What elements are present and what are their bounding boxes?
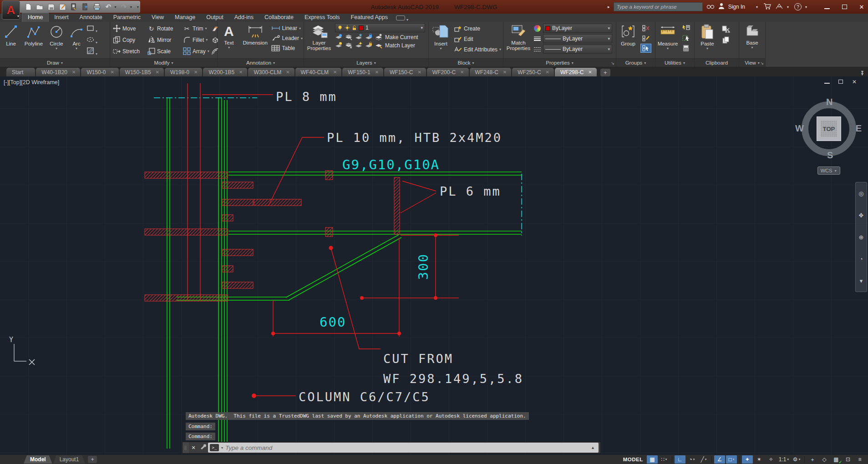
isolate-objects-button[interactable]: ◇ xyxy=(819,455,830,464)
drawing-canvas[interactable]: [-][Top][2D Wireframe] ✕ xyxy=(0,76,868,455)
customization-menu-button[interactable]: ≡ xyxy=(854,455,865,464)
navigation-wheel-icon[interactable]: ◎ xyxy=(858,190,863,197)
match-layer-button[interactable]: Match Layer xyxy=(385,42,415,49)
file-tab[interactable]: W200-1B5✕ xyxy=(203,68,247,76)
cad-drawing[interactable]: PL 8 mm PL 10 mm, HTB 2x4M20 G9,G10,G10A… xyxy=(0,76,868,455)
panel-label-draw[interactable]: Draw▾ xyxy=(0,58,110,67)
ribbon-tab-output[interactable]: Output xyxy=(201,13,229,22)
zoom-icon[interactable]: ⊕ xyxy=(859,234,864,241)
layer-on-button[interactable] xyxy=(335,42,343,49)
new-drawing-button[interactable]: + xyxy=(600,69,610,76)
circle-button[interactable]: Circle ▾ xyxy=(46,22,66,57)
plate-lines[interactable] xyxy=(188,83,200,300)
viewcube[interactable]: N W E S TOP xyxy=(798,98,860,160)
paste-button[interactable]: Paste ▾ xyxy=(696,22,718,50)
snap-mode-button[interactable]: ∷▾ xyxy=(659,455,670,464)
layer-select-combo[interactable]: 1 ▾ xyxy=(335,23,425,32)
panel-label-view[interactable]: View▾↘ xyxy=(739,58,765,67)
ribbon-tab-annotate[interactable]: Annotate xyxy=(74,13,108,22)
annotation-monitor-button[interactable]: ＋ xyxy=(807,455,818,464)
file-tab-start[interactable]: Start xyxy=(6,68,35,76)
trim-button[interactable]: ✂Trim▾ xyxy=(183,23,211,34)
ribbon-tab-express-tools[interactable]: Express Tools xyxy=(299,13,345,22)
help-icon[interactable]: ? xyxy=(794,3,802,10)
ribbon-tab-manage[interactable]: Manage xyxy=(169,13,201,22)
layer-isolate-button[interactable] xyxy=(345,34,353,40)
layer-unlock-button[interactable] xyxy=(365,42,373,49)
viewcube-south[interactable]: S xyxy=(827,150,833,161)
layer-unisolate-button[interactable] xyxy=(345,42,353,49)
panel-label-properties[interactable]: Properties▾↘ xyxy=(503,58,616,67)
file-tab[interactable]: WF200-C✕ xyxy=(427,68,469,76)
table-button[interactable]: Table xyxy=(271,43,303,53)
view-dialog-launcher-icon[interactable]: ↘ xyxy=(760,61,764,66)
file-tab[interactable]: WF150-C✕ xyxy=(384,68,426,76)
new-file-button[interactable] xyxy=(23,1,33,12)
command-bar-wrench-icon[interactable] xyxy=(198,444,208,452)
command-bar-close-icon[interactable]: ✕ xyxy=(189,445,198,451)
line-button[interactable]: Line xyxy=(1,22,21,57)
undo-caret-icon[interactable]: ▾ xyxy=(114,5,117,9)
quick-select-button[interactable] xyxy=(680,24,691,33)
redo-caret-icon[interactable]: ▾ xyxy=(130,5,133,9)
fillet-button[interactable]: Fillet▾ xyxy=(183,34,211,45)
command-bar-grip[interactable]: ⣿ xyxy=(183,442,189,453)
publish-button[interactable] xyxy=(80,1,91,12)
ribbon-tab-addins[interactable]: Add-ins xyxy=(229,13,259,22)
arc-button[interactable]: Arc ▾ xyxy=(67,22,86,57)
ellipse-button[interactable]: ▾ xyxy=(86,35,97,45)
layer-off-button[interactable] xyxy=(335,34,343,40)
sign-in-button[interactable]: Sign In xyxy=(728,4,745,10)
cad-text-pl6[interactable]: PL 6 mm xyxy=(440,184,501,198)
copy-clip-button[interactable] xyxy=(721,35,731,45)
undo-button[interactable]: ↶ xyxy=(103,1,113,12)
column-lines[interactable] xyxy=(167,97,227,449)
layout1-tab[interactable]: Layout1 xyxy=(53,455,86,464)
file-tab-active[interactable]: WF298-C✕ xyxy=(555,68,597,76)
centerlines[interactable] xyxy=(154,98,522,236)
file-tab[interactable]: WF150-1✕ xyxy=(342,68,383,76)
viewcube-west[interactable]: W xyxy=(795,123,804,134)
qat-customize-caret-icon[interactable]: ▾ xyxy=(137,5,140,9)
grid-display-button[interactable]: ▦ xyxy=(647,455,658,464)
make-current-button[interactable]: Make Current xyxy=(385,34,418,40)
command-expand-icon[interactable]: ▲ xyxy=(591,445,597,450)
object-snap-button[interactable]: □▾ xyxy=(726,455,737,464)
annotation-autoscale-button[interactable]: ✶ xyxy=(754,455,765,464)
match-properties-button[interactable]: Match Properties xyxy=(505,22,532,54)
ungroup-button[interactable] xyxy=(640,24,651,33)
create-block-button[interactable]: Create xyxy=(454,23,501,34)
application-menu-button[interactable]: A ▾ xyxy=(2,0,20,20)
dimension-button[interactable]: Dimension xyxy=(241,22,269,53)
polar-tracking-button[interactable]: ◔▾ xyxy=(686,455,697,464)
panel-label-clipboard[interactable]: Clipboard xyxy=(695,58,739,67)
ribbon-display-caret-icon[interactable]: ▾ xyxy=(406,18,408,22)
new-layout-button[interactable]: + xyxy=(88,456,97,463)
base-button[interactable]: Base ▾ xyxy=(741,22,764,50)
save-as-button[interactable] xyxy=(57,1,68,12)
properties-dialog-launcher-icon[interactable]: ↘ xyxy=(611,61,614,66)
hatched-plates[interactable] xyxy=(145,171,400,301)
file-tab[interactable]: W300-CLM✕ xyxy=(248,68,294,76)
print-button[interactable] xyxy=(91,1,102,12)
viewcube-top-face[interactable]: TOP xyxy=(817,116,841,141)
ribbon-tab-view[interactable]: View xyxy=(146,13,169,22)
group-button[interactable]: Group xyxy=(617,22,639,53)
cad-text-grid-marks[interactable]: G9,G10,G10A xyxy=(342,157,440,172)
lineweight-combo[interactable]: ByLayer ▾ xyxy=(543,34,612,43)
tab-overflow-icon[interactable]: ▼▼ xyxy=(860,71,864,76)
ribbon-tab-insert[interactable]: Insert xyxy=(49,13,74,22)
search-input[interactable] xyxy=(614,2,703,11)
ribbon-display-toggle-icon[interactable] xyxy=(396,15,405,20)
panel-label-groups[interactable]: Groups▾ xyxy=(616,58,655,67)
layer-thaw-button[interactable] xyxy=(355,42,363,49)
quick-calculator-button[interactable] xyxy=(680,44,691,53)
linetype-combo[interactable]: ByLayer ▾ xyxy=(543,45,612,54)
copy-button[interactable]: Copy xyxy=(113,34,147,45)
workspace-switching-button[interactable]: ⚙▾ xyxy=(791,455,802,464)
close-button[interactable]: ✕ xyxy=(858,4,865,10)
object-snap-tracking-button[interactable]: ∠ xyxy=(714,455,725,464)
search-collapse-icon[interactable]: ▸ xyxy=(608,5,610,9)
scale-button[interactable]: Scale xyxy=(147,45,183,57)
search-icon[interactable] xyxy=(706,3,715,11)
